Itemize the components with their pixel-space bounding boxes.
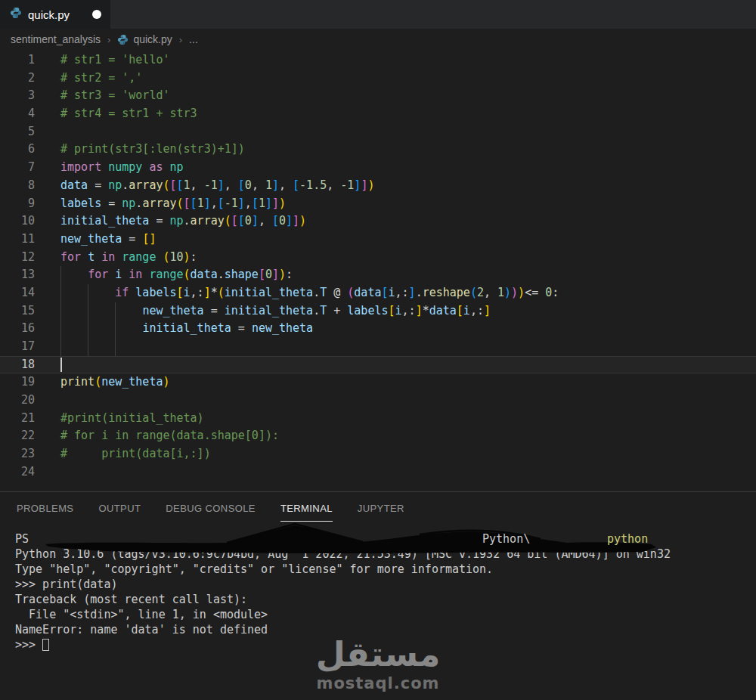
code-line-content <box>60 338 756 356</box>
terminal-line: NameError: name 'data' is not defined <box>15 622 756 637</box>
code-line-3[interactable]: 3# str3 = 'world' <box>0 87 756 105</box>
code-line-content: new_theta = [] <box>60 231 756 249</box>
breadcrumb-item--[interactable]: ... <box>189 33 198 45</box>
indent-guide <box>60 338 61 356</box>
code-line-content: print(new_theta) <box>60 373 756 392</box>
line-number: 9 <box>0 195 35 213</box>
python-icon <box>10 7 22 22</box>
code-line-4[interactable]: 4# str4 = str1 + str3 <box>0 105 756 123</box>
code-line-content: initial_theta = new_theta <box>60 320 756 338</box>
panel-tab-problems[interactable]: PROBLEMS <box>17 494 73 522</box>
indent-guide <box>60 320 61 338</box>
code-line-content: # str4 = str1 + str3 <box>60 105 756 123</box>
terminal-line: Python 3.10.6 (tags/v3.10.6:9c7b4bd, Aug… <box>15 547 756 562</box>
code-line-6[interactable]: 6# print(str3[:len(str3)+1]) <box>0 141 756 159</box>
indent-guide <box>115 302 116 321</box>
terminal-text-fragment: Python\ <box>482 531 530 547</box>
code-line-18[interactable]: 18 <box>0 356 756 374</box>
terminal-line: File "<stdin>", line 1, in <module> <box>15 607 756 622</box>
breadcrumb-label: ... <box>189 33 198 45</box>
indent-guide <box>60 266 61 284</box>
line-number: 4 <box>0 105 35 123</box>
tab-quick-py[interactable]: quick.py <box>0 0 110 29</box>
code-line-11[interactable]: 11new_theta = [] <box>0 231 756 249</box>
code-line-content: # print(str3[:len(str3)+1]) <box>60 141 756 159</box>
code-line-content: # str1 = 'hello' <box>60 51 756 70</box>
code-line-15[interactable]: 15 new_theta = initial_theta.T + labels[… <box>0 302 756 321</box>
tab-filename: quick.py <box>28 8 70 21</box>
bottom-panel: PROBLEMSOUTPUTDEBUG CONSOLETERMINALJUPYT… <box>0 491 756 700</box>
code-line-21[interactable]: 21#print(initial_theta) <box>0 410 756 428</box>
code-line-content <box>60 463 756 482</box>
code-editor[interactable]: 1# str1 = 'hello'2# str2 = ','3# str3 = … <box>0 50 756 491</box>
panel-tab-jupyter[interactable]: JUPYTER <box>358 494 404 522</box>
code-line-content: initial_theta = np.array([[0], [0]]) <box>60 212 756 231</box>
python-icon <box>117 34 129 45</box>
code-line-1[interactable]: 1# str1 = 'hello' <box>0 51 756 70</box>
line-number: 15 <box>0 302 35 321</box>
code-line-5[interactable]: 5 <box>0 123 756 141</box>
code-line-content: #print(initial_theta) <box>60 410 756 428</box>
code-line-content: for i in range(data.shape[0]): <box>60 266 756 284</box>
code-line-content: new_theta = initial_theta.T + labels[i,:… <box>60 302 756 321</box>
code-line-8[interactable]: 8data = np.array([[1, -1], [0, 1], [-1.5… <box>0 177 756 195</box>
code-line-16[interactable]: 16 initial_theta = new_theta <box>0 320 756 338</box>
indent-guide <box>60 302 61 321</box>
code-line-9[interactable]: 9labels = np.array([[1],[-1],[1]]) <box>0 195 756 213</box>
code-line-content <box>60 123 756 141</box>
code-line-20[interactable]: 20 <box>0 392 756 410</box>
panel-tab-bar: PROBLEMSOUTPUTDEBUG CONSOLETERMINALJUPYT… <box>0 492 756 522</box>
code-line-23[interactable]: 23# print(data[i,:]) <box>0 445 756 463</box>
code-line-7[interactable]: 7import numpy as np <box>0 159 756 177</box>
line-number: 18 <box>0 356 35 374</box>
breadcrumb-item-quick-py[interactable]: quick.py <box>117 33 172 45</box>
code-line-content: labels = np.array([[1],[-1],[1]]) <box>60 195 756 213</box>
vscode-window: quick.py sentiment_analysis›quick.py›...… <box>0 0 756 700</box>
panel-tab-terminal[interactable]: TERMINAL <box>280 494 333 522</box>
line-number: 2 <box>0 70 35 88</box>
line-number: 1 <box>0 51 35 70</box>
code-line-12[interactable]: 12for t in range (10): <box>0 249 756 267</box>
line-number: 22 <box>0 427 35 445</box>
code-line-2[interactable]: 2# str2 = ',' <box>0 70 756 88</box>
code-line-content: # str3 = 'world' <box>60 87 756 105</box>
indent-guide <box>60 284 61 302</box>
panel-tab-output[interactable]: OUTPUT <box>98 494 141 522</box>
code-line-14[interactable]: 14 if labels[i,:]*(initial_theta.T @ (da… <box>0 284 756 302</box>
code-line-content <box>60 392 756 410</box>
line-number: 19 <box>0 373 35 392</box>
text-cursor <box>60 358 62 372</box>
indent-guide <box>115 320 116 338</box>
code-line-17[interactable]: 17 <box>0 338 756 356</box>
chevron-right-icon: › <box>107 34 110 45</box>
breadcrumb-item-sentiment-analysis[interactable]: sentiment_analysis <box>11 33 101 45</box>
code-line-content <box>60 356 756 374</box>
code-line-22[interactable]: 22# for i in range(data.shape[0]): <box>0 427 756 445</box>
code-line-10[interactable]: 10initial_theta = np.array([[0], [0]]) <box>0 212 756 231</box>
unsaved-dot-icon[interactable] <box>92 10 101 19</box>
line-number: 12 <box>0 249 35 267</box>
line-number: 8 <box>0 177 35 195</box>
line-number: 6 <box>0 141 35 159</box>
terminal-cursor <box>42 639 49 651</box>
code-line-19[interactable]: 19print(new_theta) <box>0 373 756 392</box>
line-number: 13 <box>0 266 35 284</box>
tab-bar: quick.py <box>0 0 756 29</box>
indent-guide <box>88 338 88 356</box>
line-number: 24 <box>0 463 35 482</box>
terminal[interactable]: PSPython\pythonPython 3.10.6 (tags/v3.10… <box>0 522 756 700</box>
line-number: 11 <box>0 231 35 249</box>
code-line-content: # print(data[i,:]) <box>60 445 756 463</box>
indent-guide <box>88 302 88 321</box>
code-line-content: import numpy as np <box>60 159 756 177</box>
terminal-redacted-command-line: PSPython\python <box>15 531 756 547</box>
panel-tab-debug-console[interactable]: DEBUG CONSOLE <box>166 494 256 522</box>
code-line-13[interactable]: 13 for i in range(data.shape[0]): <box>0 266 756 284</box>
chevron-right-icon: › <box>179 34 182 45</box>
line-number: 7 <box>0 159 35 177</box>
code-line-24[interactable]: 24 <box>0 463 756 482</box>
breadcrumb: sentiment_analysis›quick.py›... <box>0 29 756 50</box>
line-number: 16 <box>0 320 35 338</box>
indent-guide <box>88 320 88 338</box>
code-line-content: data = np.array([[1, -1], [0, 1], [-1.5,… <box>60 177 756 195</box>
